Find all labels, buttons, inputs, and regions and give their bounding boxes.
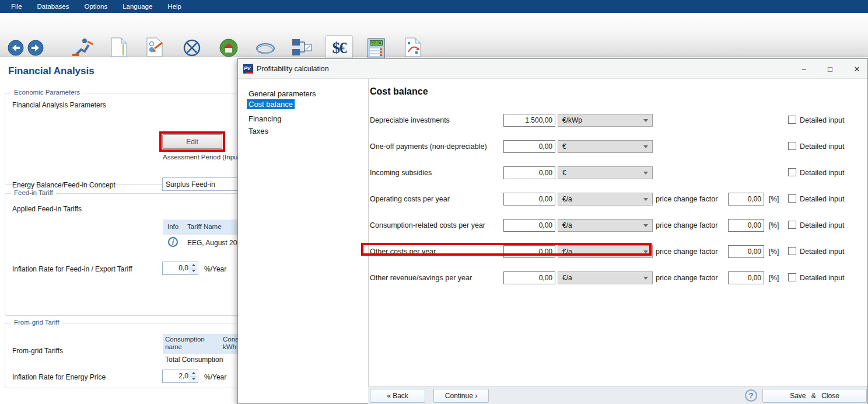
assessment-period-label: Assessment Period (Input) bbox=[163, 154, 242, 161]
value-input[interactable]: 0,00 bbox=[503, 271, 555, 284]
tariff-info-header: Info bbox=[167, 223, 178, 230]
detailed-input-label: Detailed input bbox=[800, 116, 844, 124]
consumption-name-header: Consumption name bbox=[165, 336, 220, 351]
unit-dropdown[interactable]: €/a bbox=[558, 219, 653, 232]
detailed-input-checkbox[interactable] bbox=[788, 273, 796, 281]
feed-in-tariff-label: Feed-in Tariff bbox=[11, 189, 56, 196]
dialog-titlebar[interactable]: PV p Profitability calculation – □ ✕ bbox=[238, 59, 867, 79]
forward-icon[interactable] bbox=[27, 40, 44, 56]
price-change-factor-input[interactable]: 0,00 bbox=[728, 271, 764, 284]
feed-in-inflation-spinner[interactable] bbox=[190, 263, 197, 274]
dialog-title: Profitability calculation bbox=[257, 65, 329, 73]
minimize-icon[interactable]: – bbox=[795, 61, 813, 77]
save-close-button[interactable]: Save & Close bbox=[762, 389, 867, 403]
new-project-icon[interactable] bbox=[111, 37, 127, 57]
quick-design-icon[interactable] bbox=[69, 36, 93, 58]
percent-label: [%] bbox=[769, 248, 779, 256]
row-depreciable-investments: Depreciable investments 1.500,00 €/kWp D… bbox=[368, 113, 867, 127]
value-input[interactable]: 1.500,00 bbox=[503, 114, 555, 127]
feed-in-inflation-input[interactable]: 0,0 bbox=[162, 262, 198, 275]
row-incoming-subsidies: Incoming subsidies 0,00 € Detailed input bbox=[368, 166, 867, 180]
row-label: Operating costs per year bbox=[370, 195, 450, 203]
continue-button[interactable]: Continue › bbox=[433, 389, 489, 403]
menu-help[interactable]: Help bbox=[160, 3, 189, 10]
menu-databases[interactable]: Databases bbox=[30, 3, 77, 10]
calculator-display: 52.24 bbox=[370, 40, 383, 46]
back-icon[interactable] bbox=[8, 40, 24, 56]
from-grid-tariff-label: From-grid Tariff bbox=[11, 319, 62, 326]
value-input[interactable]: 0,00 bbox=[503, 219, 555, 232]
detailed-input-label: Detailed input bbox=[800, 274, 844, 282]
nav-financing[interactable]: Financing bbox=[249, 114, 281, 123]
price-change-factor-input[interactable]: 0,00 bbox=[728, 219, 764, 232]
price-change-factor-label: price change factor bbox=[656, 274, 718, 282]
price-change-factor-input[interactable]: 0,00 bbox=[728, 193, 764, 206]
energy-price-inflation-unit: %/Year bbox=[204, 373, 226, 381]
profitability-dialog: PV p Profitability calculation – □ ✕ Gen… bbox=[237, 58, 868, 404]
financial-analysis-glyph: $€ bbox=[332, 40, 346, 56]
feed-in-inflation-label: Inflation Rate for Feed-in / Export Tari… bbox=[12, 265, 132, 273]
detailed-input-label: Detailed input bbox=[800, 195, 844, 203]
value-input[interactable]: 0,00 bbox=[503, 245, 555, 258]
nav-cost-balance[interactable]: Cost balance bbox=[247, 99, 295, 109]
price-change-factor-input[interactable]: 0,00 bbox=[728, 245, 764, 258]
system-diagram-icon[interactable] bbox=[291, 37, 313, 58]
help-icon[interactable]: ? bbox=[745, 389, 757, 402]
energy-price-inflation-input[interactable]: 2,0 bbox=[162, 370, 198, 383]
detailed-input-label: Detailed input bbox=[800, 221, 844, 229]
row-label: Depreciable investments bbox=[370, 116, 450, 124]
unit-dropdown[interactable]: €/a bbox=[558, 245, 653, 258]
value-input[interactable]: 0,00 bbox=[503, 166, 555, 179]
close-icon[interactable]: ✕ bbox=[848, 61, 866, 77]
unit-dropdown[interactable]: € bbox=[558, 166, 653, 179]
detailed-input-checkbox[interactable] bbox=[788, 116, 796, 124]
value-input[interactable]: 0,00 bbox=[503, 193, 555, 206]
highlight-box-edit: Edit bbox=[159, 131, 225, 152]
menu-language[interactable]: Language bbox=[115, 3, 160, 10]
row-label: Consumption-related costs per year bbox=[370, 221, 485, 229]
detailed-input-label: Detailed input bbox=[800, 248, 844, 256]
nav-general-parameters[interactable]: General parameters bbox=[249, 89, 316, 98]
row-label: One-off payments (non-depreciable) bbox=[370, 142, 487, 151]
close-project-icon[interactable] bbox=[183, 39, 201, 57]
detailed-input-checkbox[interactable] bbox=[788, 142, 796, 150]
row-other-revenue: Other revenue/savings per year 0,00 €/a … bbox=[368, 271, 867, 285]
page-title: Financial Analysis bbox=[8, 65, 94, 77]
menu-file[interactable]: File bbox=[4, 3, 30, 10]
unit-dropdown[interactable]: €/kWp bbox=[558, 114, 653, 127]
percent-label: [%] bbox=[769, 195, 779, 203]
detailed-input-checkbox[interactable] bbox=[788, 247, 796, 255]
detailed-input-checkbox[interactable] bbox=[788, 221, 796, 229]
back-button[interactable]: « Back bbox=[370, 389, 425, 403]
tariff-row-name: EEG, August 2025 bbox=[187, 239, 245, 247]
report-icon[interactable] bbox=[405, 37, 421, 57]
detailed-input-checkbox[interactable] bbox=[788, 194, 796, 203]
row-other-costs: Other costs per year 0,00 €/a price chan… bbox=[368, 245, 867, 259]
concept-dropdown[interactable]: Surplus Feed-in bbox=[162, 177, 250, 191]
concept-label: Energy Balance/Feed-in Concept bbox=[12, 181, 116, 189]
calculator-icon[interactable]: 52.24 bbox=[368, 38, 385, 58]
pvsol-logo-icon: PV p bbox=[243, 64, 253, 74]
price-change-factor-label: price change factor bbox=[656, 248, 718, 256]
price-change-factor-label: price change factor bbox=[656, 195, 718, 203]
import-project-icon[interactable] bbox=[146, 37, 165, 57]
menu-options[interactable]: Options bbox=[77, 3, 116, 10]
presentation-icon[interactable] bbox=[255, 42, 276, 56]
nav-taxes[interactable]: Taxes bbox=[249, 127, 268, 135]
tariff-name-header: Tariff Name bbox=[187, 223, 222, 230]
cost-balance-heading: Cost balance bbox=[370, 86, 428, 97]
maximize-icon[interactable]: □ bbox=[821, 61, 839, 77]
unit-dropdown[interactable]: € bbox=[558, 140, 653, 153]
row-label: Other revenue/savings per year bbox=[370, 274, 472, 282]
edit-button[interactable]: Edit bbox=[162, 134, 222, 149]
detailed-input-label: Detailed input bbox=[800, 169, 844, 177]
3d-design-icon[interactable] bbox=[219, 39, 239, 58]
energy-price-inflation-spinner[interactable] bbox=[190, 371, 197, 382]
unit-dropdown[interactable]: €/a bbox=[558, 193, 653, 206]
unit-dropdown[interactable]: €/a bbox=[558, 271, 653, 284]
info-icon[interactable]: i bbox=[168, 237, 178, 247]
from-grid-tariffs-label: From-grid Tariffs bbox=[12, 347, 63, 355]
consumption-row[interactable]: Total Consumption bbox=[165, 356, 223, 364]
detailed-input-checkbox[interactable] bbox=[788, 168, 796, 176]
value-input[interactable]: 0,00 bbox=[503, 140, 555, 153]
